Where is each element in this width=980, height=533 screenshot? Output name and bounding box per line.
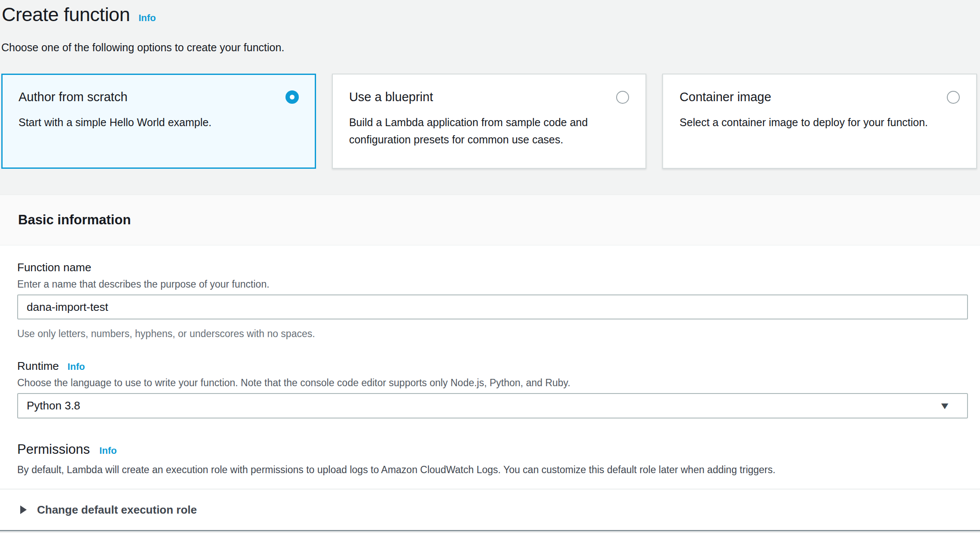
function-name-description: Enter a name that describes the purpose … bbox=[17, 279, 968, 290]
runtime-info-link[interactable]: Info bbox=[68, 361, 85, 372]
card-title: Use a blueprint bbox=[349, 90, 433, 104]
card-description: Start with a simple Hello World example. bbox=[19, 114, 299, 131]
basic-information-heading: Basic information bbox=[18, 212, 131, 228]
dropdown-arrow-icon: ▼ bbox=[939, 400, 951, 412]
radio-unselected-icon[interactable] bbox=[947, 91, 960, 104]
basic-information-header: Basic information bbox=[0, 195, 980, 245]
page-title: Create function bbox=[2, 3, 130, 26]
creation-option-cards: Author from scratch Start with a simple … bbox=[1, 74, 977, 169]
expand-caret-icon bbox=[20, 505, 27, 514]
card-description: Build a Lambda application from sample c… bbox=[349, 114, 630, 148]
function-name-input[interactable] bbox=[17, 294, 968, 319]
radio-selected-icon[interactable] bbox=[285, 90, 299, 104]
card-description: Select a container image to deploy for y… bbox=[679, 114, 960, 131]
create-function-page-header: Create function Info Choose one of the f… bbox=[0, 0, 980, 195]
expander-label: Change default execution role bbox=[37, 503, 197, 517]
card-container-image[interactable]: Container image Select a container image… bbox=[662, 74, 977, 169]
change-default-execution-role-expander[interactable]: Change default execution role bbox=[0, 489, 980, 530]
permissions-description: By default, Lambda will create an execut… bbox=[17, 464, 968, 476]
runtime-label: Runtime bbox=[17, 359, 59, 373]
function-name-constraint: Use only letters, numbers, hyphens, or u… bbox=[17, 328, 968, 340]
permissions-heading: Permissions bbox=[17, 442, 90, 457]
page-subtitle: Choose one of the following options to c… bbox=[1, 41, 977, 54]
runtime-select[interactable]: Python 3.8 ▼ bbox=[17, 393, 968, 418]
basic-information-body: Function name Enter a name that describe… bbox=[0, 245, 980, 489]
page-bottom-strip bbox=[0, 531, 980, 533]
permissions-info-link[interactable]: Info bbox=[99, 445, 117, 456]
card-title: Container image bbox=[679, 90, 771, 104]
card-author-from-scratch[interactable]: Author from scratch Start with a simple … bbox=[1, 74, 316, 169]
runtime-field: Runtime Info Choose the language to use … bbox=[17, 359, 968, 418]
card-use-a-blueprint[interactable]: Use a blueprint Build a Lambda applicati… bbox=[332, 74, 647, 169]
page-title-row: Create function Info bbox=[2, 3, 977, 26]
create-function-info-link[interactable]: Info bbox=[139, 12, 156, 24]
function-name-label: Function name bbox=[17, 261, 968, 274]
radio-unselected-icon[interactable] bbox=[616, 91, 629, 104]
basic-information-panel: Basic information Function name Enter a … bbox=[0, 195, 980, 533]
runtime-description: Choose the language to use to write your… bbox=[17, 377, 968, 389]
runtime-selected-option: Python 3.8 bbox=[27, 399, 80, 412]
card-title: Author from scratch bbox=[19, 90, 127, 104]
